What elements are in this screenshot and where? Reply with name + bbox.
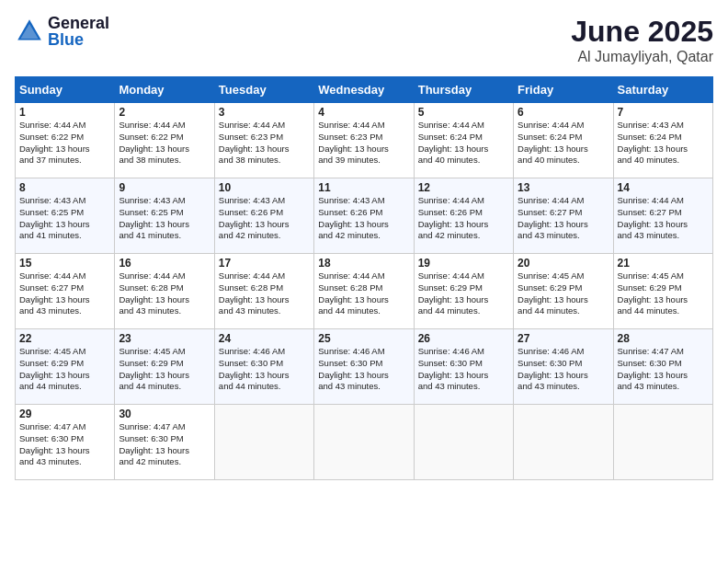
day-info: Sunset: 6:30 PM — [418, 358, 509, 370]
day-info: Sunset: 6:29 PM — [119, 358, 210, 370]
day-number: 1 — [19, 106, 110, 119]
day-info: Daylight: 13 hours — [318, 219, 409, 231]
week-row-5: 29Sunrise: 4:47 AMSunset: 6:30 PMDayligh… — [16, 405, 713, 480]
table-row: 16Sunrise: 4:44 AMSunset: 6:28 PMDayligh… — [115, 254, 214, 329]
day-info: Sunrise: 4:44 AM — [618, 195, 709, 207]
col-thursday: Thursday — [414, 77, 513, 103]
day-number: 14 — [618, 181, 709, 194]
day-info: and 37 minutes. — [19, 155, 110, 167]
table-row: 24Sunrise: 4:46 AMSunset: 6:30 PMDayligh… — [214, 329, 313, 405]
day-info: Sunrise: 4:47 AM — [618, 346, 709, 358]
table-row: 19Sunrise: 4:44 AMSunset: 6:29 PMDayligh… — [414, 254, 513, 329]
day-number: 8 — [19, 181, 110, 194]
day-number: 18 — [318, 257, 409, 270]
day-info: and 43 minutes. — [418, 381, 509, 393]
day-info: Sunset: 6:22 PM — [119, 132, 210, 144]
day-info: Sunset: 6:23 PM — [318, 132, 409, 144]
day-info: Daylight: 13 hours — [19, 294, 110, 306]
day-info: and 39 minutes. — [318, 155, 409, 167]
day-info: and 42 minutes. — [418, 230, 509, 242]
day-number: 30 — [119, 408, 210, 420]
day-number: 27 — [518, 332, 609, 345]
day-info: Sunset: 6:28 PM — [219, 282, 310, 294]
day-number: 12 — [418, 181, 509, 194]
table-row: 15Sunrise: 4:44 AMSunset: 6:27 PMDayligh… — [16, 254, 115, 329]
day-number: 26 — [418, 332, 509, 345]
day-info: Sunset: 6:29 PM — [418, 282, 509, 294]
day-info: Sunset: 6:29 PM — [19, 358, 110, 370]
week-row-3: 15Sunrise: 4:44 AMSunset: 6:27 PMDayligh… — [16, 254, 713, 329]
day-number: 22 — [19, 332, 110, 345]
day-info: Daylight: 13 hours — [219, 144, 310, 155]
day-info: and 44 minutes. — [19, 381, 110, 393]
day-info: Sunrise: 4:44 AM — [518, 120, 609, 132]
day-info: Daylight: 13 hours — [19, 144, 110, 155]
table-row — [214, 405, 313, 480]
day-number: 16 — [119, 257, 210, 270]
col-monday: Monday — [115, 77, 214, 103]
day-info: Sunset: 6:30 PM — [19, 433, 110, 445]
day-info: Sunrise: 4:44 AM — [219, 270, 310, 282]
day-number: 29 — [19, 408, 110, 420]
day-info: Sunrise: 4:43 AM — [318, 195, 409, 207]
table-row: 17Sunrise: 4:44 AMSunset: 6:28 PMDayligh… — [214, 254, 313, 329]
day-info: Daylight: 13 hours — [618, 294, 709, 306]
table-row — [414, 405, 513, 480]
day-info: Daylight: 13 hours — [219, 294, 310, 306]
day-info: Sunrise: 4:45 AM — [119, 346, 210, 358]
table-row: 21Sunrise: 4:45 AMSunset: 6:29 PMDayligh… — [613, 254, 712, 329]
table-row: 18Sunrise: 4:44 AMSunset: 6:28 PMDayligh… — [314, 254, 414, 329]
day-info: Daylight: 13 hours — [119, 445, 210, 457]
logo-text: General Blue — [48, 15, 109, 48]
table-row: 25Sunrise: 4:46 AMSunset: 6:30 PMDayligh… — [314, 329, 414, 405]
day-info: Sunset: 6:24 PM — [518, 132, 609, 144]
table-row: 8Sunrise: 4:43 AMSunset: 6:25 PMDaylight… — [16, 178, 115, 254]
day-info: Daylight: 13 hours — [418, 370, 509, 382]
table-row: 23Sunrise: 4:45 AMSunset: 6:29 PMDayligh… — [115, 329, 214, 405]
table-row: 10Sunrise: 4:43 AMSunset: 6:26 PMDayligh… — [214, 178, 313, 254]
day-info: Sunrise: 4:47 AM — [119, 421, 210, 433]
table-row — [613, 405, 712, 480]
day-info: Sunrise: 4:44 AM — [19, 120, 110, 132]
day-info: Sunrise: 4:46 AM — [219, 346, 310, 358]
day-info: and 43 minutes. — [618, 230, 709, 242]
day-info: and 43 minutes. — [318, 381, 409, 393]
table-row: 20Sunrise: 4:45 AMSunset: 6:29 PMDayligh… — [514, 254, 613, 329]
table-row: 5Sunrise: 4:44 AMSunset: 6:24 PMDaylight… — [414, 103, 513, 178]
table-row: 22Sunrise: 4:45 AMSunset: 6:29 PMDayligh… — [16, 329, 115, 405]
day-info: and 44 minutes. — [219, 381, 310, 393]
day-number: 15 — [19, 257, 110, 270]
day-info: Sunset: 6:24 PM — [418, 132, 509, 144]
location: Al Jumayliyah, Qatar — [571, 49, 713, 65]
day-info: and 44 minutes. — [518, 305, 609, 317]
table-row — [314, 405, 414, 480]
day-info: Sunrise: 4:44 AM — [418, 270, 509, 282]
day-info: Sunrise: 4:46 AM — [518, 346, 609, 358]
day-info: Sunset: 6:26 PM — [219, 207, 310, 219]
table-row: 13Sunrise: 4:44 AMSunset: 6:27 PMDayligh… — [514, 178, 613, 254]
col-friday: Friday — [514, 77, 613, 103]
day-info: Daylight: 13 hours — [19, 445, 110, 457]
day-number: 4 — [318, 106, 409, 119]
table-row: 29Sunrise: 4:47 AMSunset: 6:30 PMDayligh… — [16, 405, 115, 480]
day-info: and 43 minutes. — [119, 305, 210, 317]
table-row: 2Sunrise: 4:44 AMSunset: 6:22 PMDaylight… — [115, 103, 214, 178]
day-number: 9 — [119, 181, 210, 194]
table-row: 30Sunrise: 4:47 AMSunset: 6:30 PMDayligh… — [115, 405, 214, 480]
day-info: Daylight: 13 hours — [418, 219, 509, 231]
day-number: 19 — [418, 257, 509, 270]
title-section: June 2025 Al Jumayliyah, Qatar — [571, 15, 713, 65]
day-info: and 41 minutes. — [19, 230, 110, 242]
day-number: 6 — [518, 106, 609, 119]
day-info: Sunset: 6:24 PM — [618, 132, 709, 144]
table-row: 11Sunrise: 4:43 AMSunset: 6:26 PMDayligh… — [314, 178, 414, 254]
table-row: 6Sunrise: 4:44 AMSunset: 6:24 PMDaylight… — [514, 103, 613, 178]
day-info: Sunrise: 4:43 AM — [19, 195, 110, 207]
week-row-4: 22Sunrise: 4:45 AMSunset: 6:29 PMDayligh… — [16, 329, 713, 405]
day-info: Sunrise: 4:44 AM — [219, 120, 310, 132]
day-number: 5 — [418, 106, 509, 119]
day-info: Sunrise: 4:44 AM — [19, 270, 110, 282]
day-info: Sunset: 6:22 PM — [19, 132, 110, 144]
col-tuesday: Tuesday — [214, 77, 313, 103]
day-number: 23 — [119, 332, 210, 345]
